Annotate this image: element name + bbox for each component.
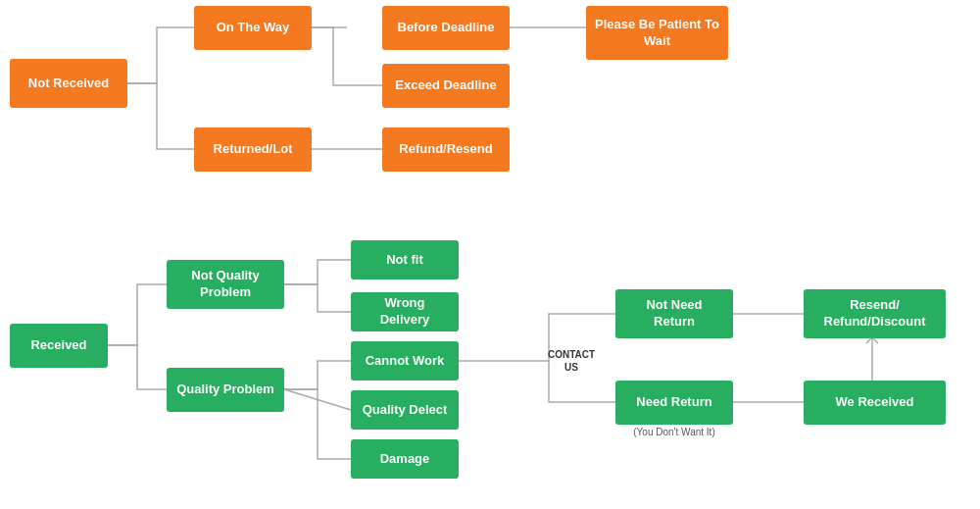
returned-lot-node: Returned/Lot — [194, 127, 312, 172]
please-wait-node: Please Be Patient To Wait — [586, 6, 728, 60]
exceed-deadline-node: Exceed Deadline — [382, 64, 510, 108]
flowchart: Not Received On The Way Returned/Lot Bef… — [0, 0, 980, 509]
not-received-node: Not Received — [10, 59, 127, 108]
not-fit-node: Not fit — [351, 240, 459, 280]
received-node: Received — [10, 324, 108, 368]
not-need-return-node: Not NeedReturn — [615, 289, 733, 338]
quality-defect-node: Quality Delect — [351, 390, 459, 430]
resend-refund-node: Resend/Refund/Discount — [804, 289, 946, 338]
quality-problem-node: Quality Problem — [167, 368, 284, 412]
wrong-delivery-node: Wrong Delivery — [351, 292, 459, 331]
need-return-node: Need Return — [615, 381, 733, 425]
on-the-way-node: On The Way — [194, 6, 312, 50]
you-dont-want-label: (You Don't Want It) — [606, 427, 743, 437]
cannot-work-node: Cannot Work — [351, 341, 459, 381]
not-quality-node: Not QualityProblem — [167, 260, 284, 309]
we-received-node: We Received — [804, 381, 946, 425]
refund-resend-node: Refund/Resend — [382, 127, 510, 172]
contact-us-label: CONTACT US — [547, 348, 596, 374]
damage-node: Damage — [351, 439, 459, 479]
before-deadline-node: Before Deadline — [382, 6, 510, 50]
